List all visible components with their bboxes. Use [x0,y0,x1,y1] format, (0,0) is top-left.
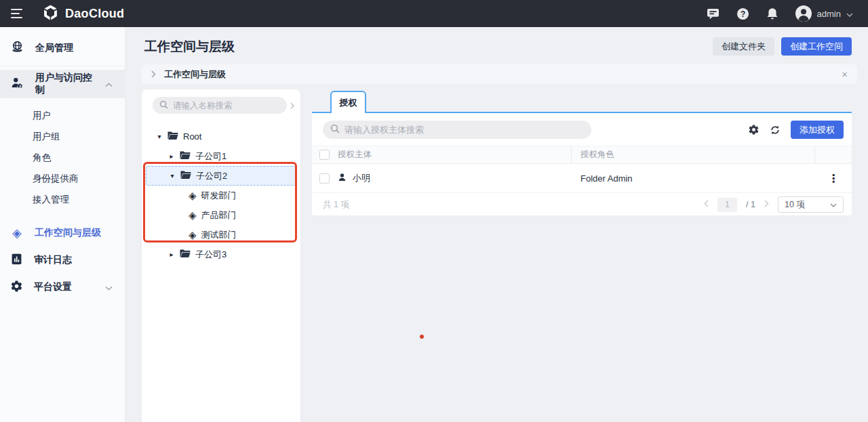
sidebar-item-audit-log[interactable]: 审计日志 [0,247,125,274]
chevron-down-icon [105,282,113,293]
create-workspace-button[interactable]: 创建工作空间 [781,37,852,56]
current-page-input[interactable] [717,198,737,212]
close-icon[interactable]: × [842,69,848,79]
tree-node-label: 子公司3 [195,249,226,261]
tree-node-label: 子公司2 [196,170,227,182]
tree-node-label: Root [183,131,201,142]
total-count: 共 1 项 [323,199,349,211]
audit-log-icon [10,253,23,268]
page-total: / 1 [746,200,755,209]
sidebar-item-user-groups[interactable]: 用户组 [0,126,125,147]
sidebar-item-global-management[interactable]: 全局管理 [0,34,125,62]
collapse-arrow-icon[interactable]: ▸ [168,251,175,258]
daocloud-logo-icon [42,4,59,24]
sidebar-divider [0,66,125,66]
user-menu[interactable]: admin [795,5,853,22]
breadcrumb: 工作空间与层级 × [142,64,857,84]
create-folder-button[interactable]: 创建文件夹 [713,37,774,56]
notification-bell-icon[interactable] [766,7,778,20]
globe-icon [10,40,24,56]
folder-icon [180,249,191,260]
prev-page-icon[interactable] [704,200,709,209]
next-page-icon[interactable] [764,200,769,209]
table-header: 授权主体 授权角色 [312,146,852,164]
tree-node-subsidiary1[interactable]: ▸ 子公司1 [142,146,300,166]
feedback-chat-icon[interactable] [707,8,719,20]
sidebar-item-platform-settings[interactable]: 平台设置 [0,274,125,301]
sidebar-item-users-access-control[interactable]: 用户与访问控制 [0,70,125,98]
row-actions-kebab-icon[interactable]: ⋮ [828,172,839,185]
refresh-icon[interactable] [770,125,781,135]
user-gear-icon [10,76,24,92]
table-settings-gear-icon[interactable] [748,124,760,135]
sidebar-item-label: 用户与访问控制 [35,72,94,96]
sidebar-item-label: 平台设置 [34,281,72,293]
tree-node-label: 研发部门 [201,190,237,202]
authorization-search-input[interactable] [344,125,584,135]
table-row: 小明 Folder Admin ⋮ [312,164,852,193]
tree-node-label: 产品部门 [201,209,237,221]
chevron-right-icon[interactable] [151,68,156,81]
collapse-arrow-icon[interactable]: ▸ [168,153,175,160]
search-icon [159,100,168,112]
column-header-subject: 授权主体 [338,149,372,161]
expand-arrow-icon[interactable]: ▾ [169,173,176,180]
sidebar-item-label: 工作空间与层级 [35,227,101,239]
sidebar-item-identity-providers[interactable]: 身份提供商 [0,168,125,189]
tab-authorization[interactable]: 授权 [330,91,366,113]
svg-text:?: ? [740,9,745,18]
table-footer: 共 1 项 / 1 10 项 [312,193,852,216]
avatar [795,5,812,22]
user-name: admin [817,9,841,19]
workspace-tree: ▾ Root ▸ 子公司1 ▾ [142,127,300,264]
tree-search [153,97,287,114]
breadcrumb-text: 工作空间与层级 [164,68,226,81]
hierarchy-tree-panel: ▾ Root ▸ 子公司1 ▾ [142,89,300,422]
panel-collapse-icon[interactable] [290,100,295,112]
brand[interactable]: DaoCloud [42,4,124,24]
tree-node-label: 测试部门 [201,229,237,241]
page-size-value: 10 项 [785,199,805,211]
help-icon[interactable]: ? [736,7,749,20]
gear-icon [10,280,23,295]
tree-node-subsidiary2-selected[interactable]: ▾ 子公司2 [146,166,296,186]
chevron-down-icon [830,200,837,209]
expand-arrow-icon[interactable]: ▾ [156,133,163,140]
sidebar-item-label: 审计日志 [34,254,72,266]
tree-node-label: 子公司1 [195,150,226,163]
row-checkbox[interactable] [319,173,330,184]
tree-node-subsidiary3[interactable]: ▸ 子公司3 [142,245,300,264]
folder-icon [180,151,191,162]
sidebar-sublist: 用户 用户组 角色 身份提供商 接入管理 [0,98,125,214]
column-header-role: 授权角色 [580,149,614,161]
subject-name: 小明 [353,172,370,184]
folder-icon [167,131,178,142]
sidebar-item-users[interactable]: 用户 [0,105,125,126]
user-icon [338,173,347,184]
sidebar-item-workspace-hierarchy[interactable]: ◈ 工作空间与层级 [0,219,125,247]
menu-toggle-icon[interactable] [11,6,26,21]
workspace-diamond-icon: ◈ [10,227,24,239]
workspace-diamond-icon: ◈ [189,190,197,201]
sidebar-item-label: 全局管理 [35,42,73,54]
role-name: Folder Admin [580,173,633,184]
page-title: 工作空间与层级 [144,38,235,56]
page-size-select[interactable]: 10 项 [778,196,844,213]
sidebar-item-access-management[interactable]: 接入管理 [0,189,125,210]
sidebar-item-roles[interactable]: 角色 [0,147,125,168]
folder-icon [180,171,191,182]
annotation-click-dot [420,335,424,339]
authorization-search [323,121,591,139]
tree-node-root[interactable]: ▾ Root [142,127,300,146]
sidebar: 全局管理 用户与访问控制 用户 用户组 角色 身份提供商 接入管理 ◈ 工作空间… [0,27,125,422]
search-icon [330,124,340,136]
tree-node-product-department[interactable]: ◈ 产品部门 [142,205,300,225]
tree-search-input[interactable] [173,101,280,110]
select-all-checkbox[interactable] [319,150,330,160]
add-authorization-button[interactable]: 添加授权 [791,121,844,139]
chevron-up-icon [105,79,113,89]
tree-node-test-department[interactable]: ◈ 测试部门 [142,225,300,245]
workspace-diamond-icon: ◈ [189,210,197,220]
tree-node-rd-department[interactable]: ◈ 研发部门 [142,186,300,205]
topbar: DaoCloud ? [0,0,868,27]
